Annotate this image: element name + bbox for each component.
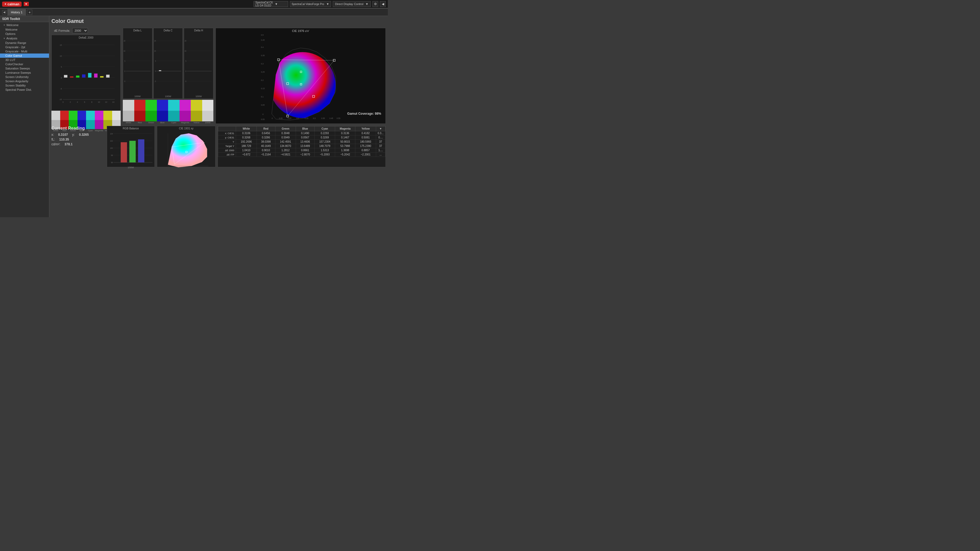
delta-charts-row: Delta L 15 10 5 0 -5 — [123, 28, 213, 99]
sidebar-item-dynamic-range[interactable]: Dynamic Range — [0, 41, 49, 45]
svg-rect-26 — [100, 76, 103, 78]
ds-100w-top — [202, 100, 214, 111]
svg-text:0: 0 — [63, 101, 64, 103]
sidebar-item-screen-stability[interactable]: Screen Stability — [0, 83, 49, 87]
sidebar-title: SDR Toolkit — [0, 16, 49, 22]
ds-red-bot — [134, 111, 146, 122]
sidebar-group-analysis[interactable]: Analysis — [0, 36, 49, 41]
ds-cyan-label: Cyan — [168, 121, 180, 124]
sidebar-item-options[interactable]: Options — [0, 32, 49, 36]
cell-itp-cyan: ~5.2093 — [315, 152, 335, 157]
sidebar-section: Welcome Welcome Options Analysis Dynamic… — [0, 22, 49, 92]
sidebar-item-screen-uniformity[interactable]: Screen Uniformity — [0, 75, 49, 79]
sidebar-item-grayscale-2pt[interactable]: Grayscale - 2pt — [0, 45, 49, 49]
sidebar-item-colorchecker[interactable]: ColorChecker — [0, 62, 49, 66]
row-deitp-label: ΔE ITP — [218, 152, 236, 157]
svg-text:14: 14 — [112, 101, 114, 103]
data-table: White Red Green Blue Cyan Magenta Yellow… — [218, 126, 385, 157]
cell-ty-red: 40.1649 — [256, 144, 275, 148]
cell-itp-magenta: ~5.2042 — [335, 152, 355, 157]
sidebar-item-color-gamut[interactable]: Color Gamut — [0, 54, 49, 58]
svg-rect-27 — [106, 75, 110, 78]
sidebar-item-screen-angularity[interactable]: Screen Angularity — [0, 79, 49, 83]
col-cyan: Cyan — [315, 126, 335, 131]
delta-h-svg: 15 10 5 0 -5 — [184, 33, 213, 95]
svg-text:96: 96 — [111, 162, 113, 164]
svg-text:0.05: 0.05 — [261, 104, 265, 106]
col-red: Red — [256, 126, 275, 131]
sidebar: SDR Toolkit Welcome Welcome Options Anal… — [0, 16, 49, 217]
delta-c-chart: Delta C 15 10 5 0 -5 — [153, 28, 183, 99]
svg-text:0.15: 0.15 — [288, 118, 291, 119]
sidebar-item-luminance-sweeps[interactable]: Luminance Sweeps — [0, 71, 49, 75]
tab-history-1[interactable]: History 1 — [8, 9, 26, 16]
col-scroll[interactable]: ▼ — [376, 126, 385, 131]
deltae-chart-title: DeltaE 2000 — [53, 36, 119, 39]
app-logo: calman — [2, 2, 22, 7]
col-white: White — [236, 126, 256, 131]
svg-marker-104 — [168, 133, 207, 167]
ds-magenta-bot — [180, 111, 191, 122]
svg-text:15: 15 — [154, 40, 156, 42]
svg-text:0.25: 0.25 — [261, 71, 265, 73]
app-dropdown[interactable]: ▼ — [24, 2, 29, 6]
tab-bar: ◀ History 1 + — [0, 8, 388, 16]
de-formula-select[interactable]: 2000 ITP ICtCp — [72, 28, 88, 33]
sidebar-item-spectral-power[interactable]: Spectral Power Dist. — [0, 87, 49, 92]
table-row-y: y: CIE31 0.3268 0.3286 0.5949 0.0567 0.3… — [218, 135, 385, 140]
cell-y-red: 0.3286 — [256, 135, 275, 140]
col-green: Green — [275, 126, 296, 131]
svg-text:0.3: 0.3 — [313, 118, 316, 119]
cell-y-blue: 0.0567 — [296, 135, 315, 140]
svg-rect-24 — [88, 73, 92, 78]
cell-itp-blue: ~2.8070 — [296, 152, 315, 157]
svg-text:-5: -5 — [60, 87, 62, 90]
cell-ty-cyan: 148.7079 — [315, 144, 335, 148]
svg-text:0: 0 — [272, 118, 273, 119]
svg-text:10: 10 — [98, 101, 100, 103]
table-row-x: x: CIE31 0.3106 0.6456 0.3048 0.1490 0.2… — [218, 131, 385, 135]
svg-text:-5: -5 — [154, 80, 156, 82]
top-bar: calman ▼ SpectraCal C6LG G4 OLED ▼ Spect… — [0, 0, 388, 8]
sidebar-item-3d-lut[interactable]: 3D LUT — [0, 58, 49, 62]
collapse-button[interactable]: ◀ — [380, 1, 386, 7]
settings-button[interactable]: ⚙ — [372, 1, 378, 7]
svg-text:0.4: 0.4 — [261, 46, 264, 48]
svg-text:0.35: 0.35 — [321, 118, 325, 119]
svg-text:102: 102 — [110, 140, 113, 142]
sidebar-group-welcome[interactable]: Welcome — [0, 22, 49, 27]
delta-swatch-row: White Red Green Blue — [123, 100, 213, 124]
sidebar-collapse-btn[interactable]: ◀ — [2, 10, 6, 14]
device-selector-1[interactable]: SpectraCal C6LG G4 OLED ▼ — [254, 1, 288, 7]
sidebar-item-saturation-sweeps[interactable]: Saturation Sweeps — [0, 66, 49, 71]
cell-itp-green: ~4.5821 — [275, 152, 296, 157]
ds-100w-bot — [202, 111, 214, 122]
sidebar-item-welcome[interactable]: Welcome — [0, 27, 49, 32]
cell-itp-extra: ... — [376, 152, 385, 157]
swatch-100w-top — [112, 111, 121, 120]
delta-c-title: Delta C — [154, 28, 183, 33]
cell-de-extra: 1.... — [376, 148, 385, 152]
sidebar-item-grayscale-multi[interactable]: Grayscale - Multi — [0, 49, 49, 54]
cie-svg: 0 0.05 0.15 0.2 0.25 0.3 0.35 0.45 0.55 … — [216, 33, 385, 122]
logo-text: calman — [8, 2, 19, 6]
ds-white-label: White — [123, 121, 134, 124]
ds-yellow-bot — [191, 111, 202, 122]
svg-text:104: 104 — [110, 133, 113, 135]
reading-cd-value: 378.1 — [64, 142, 72, 146]
direct-display-label: Direct Display Control — [335, 2, 363, 6]
data-table-container[interactable]: White Red Green Blue Cyan Magenta Yellow… — [218, 126, 386, 167]
direct-display-control[interactable]: Direct Display Control ▼ — [333, 1, 371, 7]
ds-green-top — [145, 100, 157, 111]
swatch-magenta-top — [95, 111, 103, 120]
current-reading: Current Reading x: 0.3107 y: 0.3265 fL: … — [51, 126, 105, 167]
cell-Y-magenta: 50.8015 — [335, 140, 355, 144]
cell-ty-white: 188.729 — [236, 144, 256, 148]
cell-x-red: 0.6456 — [256, 131, 275, 135]
ds-blue-top — [157, 100, 169, 111]
cell-Y-blue: 13.4606 — [296, 140, 315, 144]
device-selector-2[interactable]: SpectraCal VideoForge Pro ▼ — [290, 1, 331, 7]
tab-add-button[interactable]: + — [27, 10, 32, 15]
table-row-deitp: ΔE ITP ~0.872 ~5.2164 ~4.5821 ~2.8070 ~5… — [218, 152, 385, 157]
cell-ty-extra: 37 — [376, 144, 385, 148]
